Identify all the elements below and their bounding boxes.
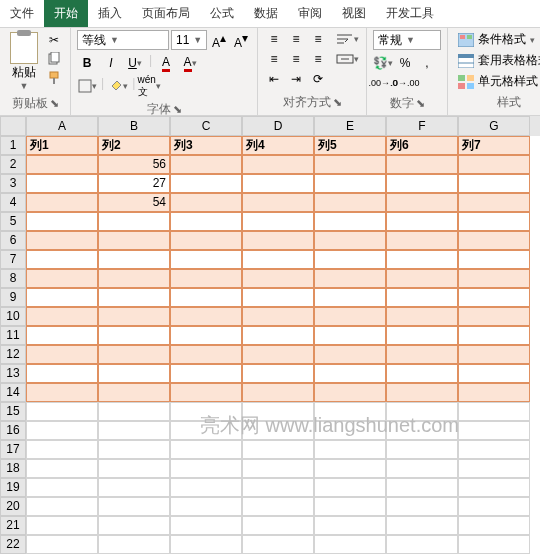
cell-D19[interactable] <box>242 478 314 497</box>
cell-C10[interactable] <box>170 307 242 326</box>
tab-6[interactable]: 审阅 <box>288 0 332 27</box>
cell-D5[interactable] <box>242 212 314 231</box>
row-header-9[interactable]: 9 <box>0 288 26 307</box>
row-header-14[interactable]: 14 <box>0 383 26 402</box>
cell-B5[interactable] <box>98 212 170 231</box>
row-header-17[interactable]: 17 <box>0 440 26 459</box>
fill-color-button[interactable]: ▾ <box>108 76 128 96</box>
cell-D17[interactable] <box>242 440 314 459</box>
cell-E10[interactable] <box>314 307 386 326</box>
dialog-launcher-icon[interactable]: ⬊ <box>333 96 342 109</box>
cell-C1[interactable]: 列3 <box>170 136 242 155</box>
cell-E3[interactable] <box>314 174 386 193</box>
cell-A19[interactable] <box>26 478 98 497</box>
cell-E21[interactable] <box>314 516 386 535</box>
cell-B19[interactable] <box>98 478 170 497</box>
cell-A11[interactable] <box>26 326 98 345</box>
cell-A12[interactable] <box>26 345 98 364</box>
cell-E2[interactable] <box>314 155 386 174</box>
row-header-19[interactable]: 19 <box>0 478 26 497</box>
cell-G11[interactable] <box>458 326 530 345</box>
cell-A17[interactable] <box>26 440 98 459</box>
cell-B20[interactable] <box>98 497 170 516</box>
cell-A22[interactable] <box>26 535 98 554</box>
cell-C8[interactable] <box>170 269 242 288</box>
cell-A2[interactable] <box>26 155 98 174</box>
col-header-D[interactable]: D <box>242 116 314 136</box>
row-header-3[interactable]: 3 <box>0 174 26 193</box>
orientation-button[interactable]: ⟳ <box>308 70 328 88</box>
cell-D10[interactable] <box>242 307 314 326</box>
cell-G10[interactable] <box>458 307 530 326</box>
cell-F11[interactable] <box>386 326 458 345</box>
cell-F13[interactable] <box>386 364 458 383</box>
cell-G17[interactable] <box>458 440 530 459</box>
cell-A8[interactable] <box>26 269 98 288</box>
cell-D8[interactable] <box>242 269 314 288</box>
row-header-12[interactable]: 12 <box>0 345 26 364</box>
cell-G20[interactable] <box>458 497 530 516</box>
cell-F3[interactable] <box>386 174 458 193</box>
cell-E18[interactable] <box>314 459 386 478</box>
cell-G1[interactable]: 列7 <box>458 136 530 155</box>
cell-A4[interactable] <box>26 193 98 212</box>
col-header-C[interactable]: C <box>170 116 242 136</box>
cell-G9[interactable] <box>458 288 530 307</box>
tab-2[interactable]: 插入 <box>88 0 132 27</box>
cell-B12[interactable] <box>98 345 170 364</box>
cell-G6[interactable] <box>458 231 530 250</box>
cell-D7[interactable] <box>242 250 314 269</box>
cell-G4[interactable] <box>458 193 530 212</box>
row-header-16[interactable]: 16 <box>0 421 26 440</box>
cell-E19[interactable] <box>314 478 386 497</box>
cell-D14[interactable] <box>242 383 314 402</box>
row-header-2[interactable]: 2 <box>0 155 26 174</box>
cell-G15[interactable] <box>458 402 530 421</box>
cell-B21[interactable] <box>98 516 170 535</box>
cell-A7[interactable] <box>26 250 98 269</box>
cell-C16[interactable] <box>170 421 242 440</box>
cell-A16[interactable] <box>26 421 98 440</box>
cell-G5[interactable] <box>458 212 530 231</box>
cell-A1[interactable]: 列1 <box>26 136 98 155</box>
cell-E8[interactable] <box>314 269 386 288</box>
cell-G12[interactable] <box>458 345 530 364</box>
cell-C17[interactable] <box>170 440 242 459</box>
cell-B13[interactable] <box>98 364 170 383</box>
cell-D21[interactable] <box>242 516 314 535</box>
dialog-launcher-icon[interactable]: ⬊ <box>173 103 182 116</box>
col-header-B[interactable]: B <box>98 116 170 136</box>
cell-A14[interactable] <box>26 383 98 402</box>
wrap-text-button[interactable]: ▾ <box>334 30 360 48</box>
select-all-corner[interactable] <box>0 116 26 136</box>
row-header-4[interactable]: 4 <box>0 193 26 212</box>
row-header-13[interactable]: 13 <box>0 364 26 383</box>
cell-B2[interactable]: 56 <box>98 155 170 174</box>
row-header-5[interactable]: 5 <box>0 212 26 231</box>
cell-C9[interactable] <box>170 288 242 307</box>
copy-button[interactable] <box>46 51 62 67</box>
align-center-button[interactable]: ≡ <box>286 50 306 68</box>
cell-G2[interactable] <box>458 155 530 174</box>
tab-4[interactable]: 公式 <box>200 0 244 27</box>
cell-A21[interactable] <box>26 516 98 535</box>
paste-button[interactable]: 粘贴 ▼ <box>6 30 42 93</box>
cell-A9[interactable] <box>26 288 98 307</box>
indent-dec-button[interactable]: ⇤ <box>264 70 284 88</box>
cell-E13[interactable] <box>314 364 386 383</box>
cell-E7[interactable] <box>314 250 386 269</box>
cell-E12[interactable] <box>314 345 386 364</box>
cell-C4[interactable] <box>170 193 242 212</box>
cell-F5[interactable] <box>386 212 458 231</box>
cell-D3[interactable] <box>242 174 314 193</box>
cell-B18[interactable] <box>98 459 170 478</box>
cell-B14[interactable] <box>98 383 170 402</box>
cell-F19[interactable] <box>386 478 458 497</box>
cell-B8[interactable] <box>98 269 170 288</box>
cell-F18[interactable] <box>386 459 458 478</box>
dialog-launcher-icon[interactable]: ⬊ <box>50 97 59 110</box>
cell-E16[interactable] <box>314 421 386 440</box>
cell-F6[interactable] <box>386 231 458 250</box>
cell-E17[interactable] <box>314 440 386 459</box>
row-header-7[interactable]: 7 <box>0 250 26 269</box>
